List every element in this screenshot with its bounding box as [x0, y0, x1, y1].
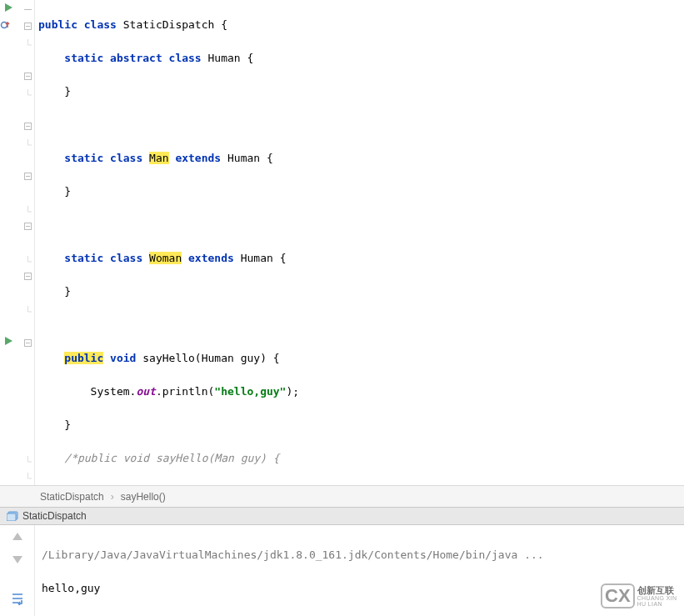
scroll-up-icon[interactable]	[11, 530, 24, 546]
code-line[interactable]: }	[38, 83, 684, 100]
code-area[interactable]: public class StaticDispatch { static abs…	[35, 0, 684, 485]
code-line[interactable]: }	[38, 283, 684, 300]
fold-end-icon[interactable]	[24, 203, 32, 212]
run-class-icon[interactable]	[3, 3, 15, 14]
code-line[interactable]: }	[38, 417, 684, 433]
fold-end-icon[interactable]	[24, 137, 32, 145]
watermark-logo: CX 创新互联 CHUANG XIN HU LIAN	[601, 584, 679, 608]
code-line[interactable]	[38, 317, 684, 333]
fold-end-icon[interactable]	[24, 453, 32, 462]
fold-minus-icon[interactable]	[24, 70, 32, 78]
chevron-right-icon: ›	[111, 491, 114, 503]
fold-end-icon[interactable]	[24, 303, 32, 312]
code-line[interactable]: static class Woman extends Human {	[38, 250, 684, 267]
svg-rect-11	[7, 513, 16, 521]
code-line[interactable]: public void sayHello(Human guy) {	[38, 350, 684, 367]
fold-minus-icon[interactable]	[24, 220, 32, 228]
run-config-label: StaticDispatch	[22, 510, 87, 522]
svg-marker-2	[5, 337, 12, 345]
editor-area: public class StaticDispatch { static abs…	[0, 0, 684, 485]
svg-marker-0	[5, 3, 12, 12]
fold-minus-icon[interactable]	[24, 20, 32, 28]
watermark-badge: CX	[601, 583, 635, 608]
code-line[interactable]: System.out.println("hello,man");	[38, 483, 684, 485]
code-line[interactable]	[38, 117, 684, 133]
application-icon	[7, 511, 18, 521]
run-main-icon[interactable]	[3, 336, 15, 348]
scroll-down-icon[interactable]	[11, 553, 24, 568]
fold-end-icon[interactable]	[24, 87, 32, 95]
code-line[interactable]	[38, 217, 684, 233]
editor-gutter	[0, 0, 35, 485]
watermark-subtext: CHUANG XIN HU LIAN	[637, 595, 679, 607]
fold-end-icon[interactable]	[24, 37, 32, 45]
fold-minus-icon[interactable]	[24, 337, 32, 345]
fold-minus-icon[interactable]	[24, 120, 32, 128]
code-line[interactable]: System.out.println("hello,guy");	[38, 383, 684, 400]
breadcrumb-class[interactable]: StaticDispatch	[40, 491, 104, 503]
run-config-tab[interactable]: StaticDispatch	[0, 507, 684, 525]
soft-wrap-icon[interactable]	[10, 592, 25, 608]
breadcrumb: StaticDispatch › sayHello()	[0, 485, 684, 507]
console-output[interactable]: /Library/Java/JavaVirtualMachines/jdk1.8…	[35, 525, 684, 616]
override-icon[interactable]	[0, 19, 12, 31]
code-line[interactable]: public class StaticDispatch {	[38, 17, 684, 33]
console-line: hello,guy	[42, 580, 677, 597]
code-line[interactable]: static abstract class Human {	[38, 50, 684, 67]
console-area: /Library/Java/JavaVirtualMachines/jdk1.8…	[0, 525, 684, 616]
console-command: /Library/Java/JavaVirtualMachines/jdk1.8…	[42, 547, 677, 563]
code-line[interactable]: /*public void sayHello(Man guy) {	[38, 450, 684, 467]
watermark-text: 创新互联	[637, 586, 679, 595]
breadcrumb-method[interactable]: sayHello()	[121, 491, 166, 503]
fold-minus-icon[interactable]	[24, 270, 32, 278]
code-line[interactable]: }	[38, 183, 684, 200]
console-toolbar	[0, 525, 35, 616]
fold-minus-icon[interactable]	[24, 3, 32, 12]
fold-end-icon[interactable]	[24, 253, 32, 262]
code-line[interactable]: static class Man extends Human {	[38, 150, 684, 167]
fold-minus-icon[interactable]	[24, 170, 32, 178]
fold-end-icon[interactable]	[24, 470, 32, 478]
